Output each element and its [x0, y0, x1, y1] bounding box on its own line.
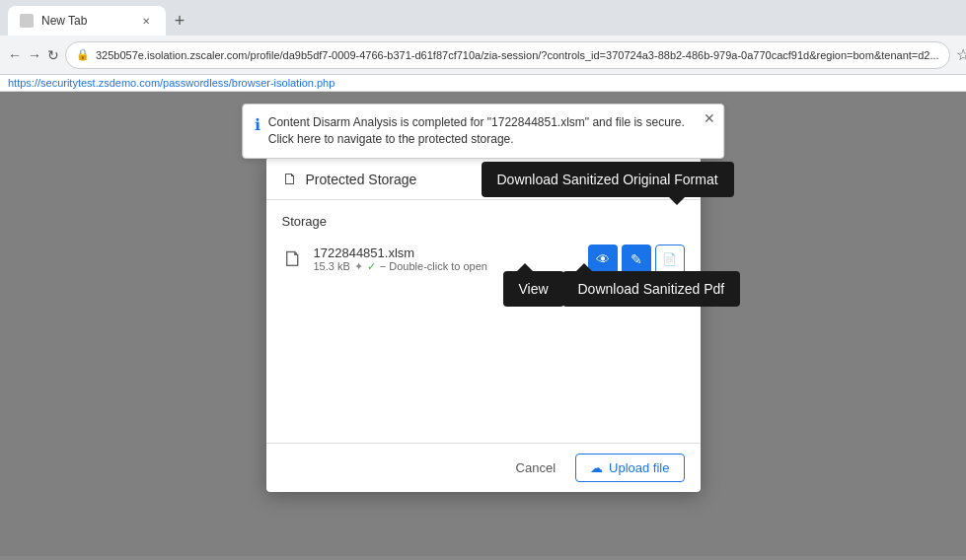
tooltip-download-original-label: Download Sanitized Original Format — [482, 162, 734, 197]
notification-banner[interactable]: ℹ Content Disarm Analysis is completed f… — [242, 104, 725, 159]
tab-favicon — [20, 14, 34, 28]
protected-storage-modal: 🗋 Protected Storage ✕ Storage 🗋 17228448… — [266, 157, 701, 492]
file-hint: − Double-click to open — [380, 260, 487, 272]
nav-bar: ← → ↻ 🔒 325b057e.isolation.zscaler.com/p… — [0, 35, 966, 75]
bookmark-star-icon[interactable]: ☆ — [956, 45, 966, 64]
refresh-button[interactable]: ↻ — [47, 41, 59, 69]
tooltip-arrow-down-icon — [669, 197, 685, 205]
spinner-icon: ✦ — [354, 260, 363, 273]
browser-chrome: New Tab ✕ + ← → ↻ 🔒 325b057e.isolation.z… — [0, 0, 966, 92]
address-bar[interactable]: 🔒 325b057e.isolation.zscaler.com/profile… — [65, 41, 950, 69]
upload-file-button[interactable]: ☁ Upload file — [575, 454, 684, 482]
modal-overlay: 🗋 Protected Storage ✕ Storage 🗋 17228448… — [0, 92, 966, 556]
info-icon: ℹ — [255, 115, 260, 134]
cancel-button[interactable]: Cancel — [504, 455, 567, 481]
tooltip-arrow-up-icon — [517, 263, 533, 271]
modal-title: Protected Storage — [306, 172, 417, 187]
new-tab-button[interactable]: + — [166, 7, 193, 35]
tab-bar: New Tab ✕ + — [0, 0, 966, 35]
upload-file-label: Upload file — [609, 460, 669, 475]
tooltip-pdf-arrow-up-icon — [576, 263, 592, 271]
tooltip-view: View — [503, 263, 564, 307]
modal-body: Storage 🗋 1722844851.xlsm 15.3 kB ✦ ✓ − … — [266, 200, 701, 443]
tooltip-download-pdf: Download Sanitized Pdf — [562, 263, 741, 307]
modal-file-icon: 🗋 — [282, 171, 298, 188]
notification-close-button[interactable]: ✕ — [704, 110, 715, 126]
tooltip-view-label: View — [503, 271, 564, 307]
tooltip-download-original: Download Sanitized Original Format — [482, 162, 734, 205]
tooltip-download-pdf-label: Download Sanitized Pdf — [562, 271, 741, 307]
file-name: 1722844851.xlsm — [314, 245, 578, 260]
info-bar: https://securitytest.zsdemo.com/password… — [0, 75, 966, 92]
storage-label: Storage — [282, 214, 685, 229]
file-size: 15.3 kB — [314, 260, 350, 272]
tab-close-button[interactable]: ✕ — [138, 13, 154, 29]
check-icon: ✓ — [367, 260, 376, 273]
page-content: ℹ Content Disarm Analysis is completed f… — [0, 92, 966, 556]
tab-title: New Tab — [41, 14, 87, 28]
upload-cloud-icon: ☁ — [590, 460, 603, 475]
notification-text: Content Disarm Analysis is completed for… — [268, 114, 689, 148]
file-document-icon: 🗋 — [282, 246, 304, 272]
forward-button[interactable]: → — [28, 41, 41, 69]
lock-icon: 🔒 — [76, 48, 90, 61]
modal-footer: Cancel ☁ Upload file — [266, 443, 701, 492]
info-bar-url: https://securitytest.zsdemo.com/password… — [8, 77, 334, 89]
back-button[interactable]: ← — [8, 41, 22, 69]
active-tab[interactable]: New Tab ✕ — [8, 6, 166, 35]
address-text: 325b057e.isolation.zscaler.com/profile/d… — [96, 49, 939, 61]
